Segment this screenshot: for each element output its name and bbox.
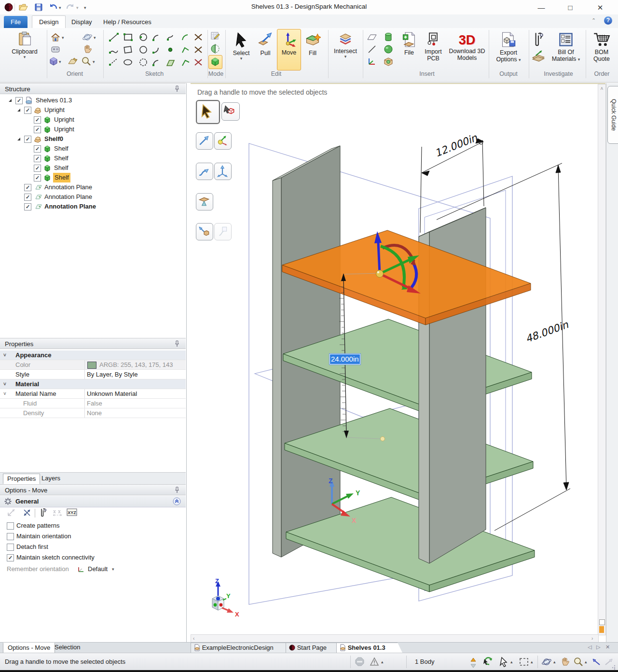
insert-shell-icon[interactable] bbox=[383, 56, 394, 67]
pan-hand-icon[interactable] bbox=[82, 44, 93, 55]
select-mode-dropdown[interactable]: ▴ bbox=[510, 660, 513, 664]
maintain-orientation-option[interactable]: Maintain orientation bbox=[0, 531, 183, 542]
collapse-chevron-icon[interactable]: ˅ bbox=[3, 389, 6, 398]
move-button[interactable]: Move bbox=[277, 29, 301, 70]
style-value[interactable]: By Layer, By Style bbox=[87, 370, 138, 379]
create-patterns-option[interactable]: Create patterns bbox=[0, 520, 183, 531]
dimension-input[interactable]: 24.000in bbox=[329, 353, 361, 365]
pin-icon[interactable] bbox=[174, 340, 180, 347]
spinner-down-icon[interactable] bbox=[470, 662, 476, 670]
collapse-ribbon-icon[interactable]: ⌃ bbox=[591, 17, 596, 24]
insert-line-icon[interactable] bbox=[367, 44, 377, 55]
pan-icon[interactable] bbox=[560, 657, 570, 667]
tab-design[interactable]: Design bbox=[32, 15, 66, 29]
appearance-section[interactable]: ˅Appearance bbox=[0, 350, 186, 360]
spin-view-dropdown[interactable]: ▾ bbox=[94, 36, 96, 40]
density-row[interactable]: Density None bbox=[0, 408, 186, 418]
expander-icon[interactable] bbox=[17, 138, 20, 140]
doc-tab-start-page[interactable]: Start Page bbox=[286, 643, 343, 654]
checkbox[interactable] bbox=[7, 522, 14, 530]
pin-icon[interactable] bbox=[174, 85, 180, 92]
import-pcb-button[interactable]: Import PCB bbox=[421, 30, 446, 74]
measure-icon[interactable] bbox=[532, 32, 545, 46]
orbit-dropdown[interactable]: ▴ bbox=[553, 660, 556, 664]
zoom-status-dropdown[interactable]: ▴ bbox=[585, 660, 587, 664]
export-options-button[interactable]: Export Options ▾ bbox=[491, 30, 526, 74]
tree-checkbox[interactable] bbox=[24, 107, 31, 114]
orientation-value[interactable]: Default bbox=[88, 564, 108, 574]
expander-icon[interactable] bbox=[17, 109, 20, 112]
tree-row[interactable]: Upright bbox=[0, 125, 186, 134]
pull-button[interactable]: Pull bbox=[255, 30, 276, 71]
tree-row[interactable]: Shelf bbox=[0, 163, 186, 173]
solid-mode-button[interactable] bbox=[208, 55, 222, 69]
insert-axes-icon[interactable] bbox=[367, 56, 377, 67]
insert-plane-icon[interactable] bbox=[367, 32, 377, 42]
tree-checkbox[interactable] bbox=[34, 165, 41, 172]
zoom-dropdown[interactable]: ▾ bbox=[93, 60, 95, 64]
tab-help[interactable]: Help / Resources bbox=[96, 16, 158, 28]
section-mode-icon[interactable] bbox=[210, 43, 220, 54]
checkbox[interactable] bbox=[7, 544, 14, 551]
scroll-right-icon[interactable]: › bbox=[591, 636, 593, 641]
maintain-sketch-connectivity-option[interactable]: Maintain sketch connectivity bbox=[0, 552, 183, 563]
tree-checkbox[interactable] bbox=[34, 155, 41, 162]
orientation-dropdown[interactable]: ▾ bbox=[112, 567, 114, 571]
tree-checkbox[interactable] bbox=[24, 136, 31, 143]
select-mode-icon[interactable] bbox=[500, 657, 508, 667]
tree-checkbox[interactable] bbox=[34, 174, 41, 182]
general-section-header[interactable]: General bbox=[0, 496, 186, 507]
3d-viewport[interactable]: Drag a handle to move the selected objec… bbox=[191, 83, 605, 642]
maximize-button[interactable]: □ bbox=[560, 2, 581, 14]
tree-row[interactable]: Shelves 01.3 bbox=[0, 96, 186, 105]
scroll-left-icon[interactable]: ‹ bbox=[193, 636, 194, 641]
view-cube-dropdown[interactable]: ▾ bbox=[59, 60, 61, 64]
3d-scene[interactable]: Z Y X 12.000in bbox=[191, 85, 598, 635]
tab-options-move[interactable]: Options - Move bbox=[3, 643, 55, 654]
vertical-scrollbar[interactable]: ˄ bbox=[598, 84, 606, 635]
doc-tab-example[interactable]: ExampleElectronicDesign bbox=[191, 643, 292, 654]
dimension-xx-icon[interactable] bbox=[52, 508, 63, 518]
tree-checkbox[interactable] bbox=[24, 203, 31, 210]
quick-guide-tab[interactable]: Quick Guide bbox=[607, 86, 618, 144]
warning-icon[interactable] bbox=[370, 657, 379, 666]
tree-row[interactable]: Upright bbox=[0, 115, 186, 125]
collapse-chevron-icon[interactable]: ˅ bbox=[3, 379, 6, 389]
tab-display[interactable]: Display bbox=[65, 16, 99, 28]
expander-icon[interactable] bbox=[9, 99, 12, 102]
tree-row[interactable]: Shelf bbox=[0, 154, 186, 163]
download-3d-models-button[interactable]: 3D Download 3D Models bbox=[447, 30, 487, 74]
tab-nav-right-icon[interactable]: ▷ bbox=[596, 644, 600, 650]
sketch-tools-grid[interactable] bbox=[106, 31, 206, 69]
material-name-row[interactable]: ˅ Material Name Unknown Material bbox=[0, 389, 186, 399]
intersect-button[interactable]: Intersect ▾ bbox=[331, 30, 360, 74]
tab-properties[interactable]: Properties bbox=[3, 474, 40, 484]
tree-checkbox[interactable] bbox=[34, 126, 41, 133]
bom-quote-button[interactable]: BOM Quote bbox=[588, 30, 616, 74]
collapse-section-icon[interactable] bbox=[173, 497, 181, 505]
tree-row[interactable]: Annotation Plane bbox=[0, 182, 186, 192]
analyze-icon[interactable] bbox=[532, 49, 545, 62]
tree-checkbox[interactable] bbox=[34, 116, 41, 124]
scroll-up-icon[interactable]: ˄ bbox=[598, 86, 605, 91]
spaceball-icon[interactable] bbox=[50, 44, 61, 55]
clipboard-button[interactable]: Clipboard ▾ bbox=[8, 30, 41, 74]
warning-dropdown[interactable]: ▴ bbox=[381, 660, 384, 664]
home-view-dropdown[interactable]: ▾ bbox=[62, 36, 64, 40]
checkbox[interactable] bbox=[7, 554, 14, 561]
move-handle-z[interactable] bbox=[378, 242, 380, 274]
minimize-button[interactable]: — bbox=[531, 2, 552, 14]
previous-selection-icon[interactable] bbox=[482, 657, 493, 667]
fill-button[interactable]: Fill bbox=[302, 30, 323, 71]
tree-checkbox[interactable] bbox=[15, 97, 23, 104]
ruler-measure-icon[interactable] bbox=[39, 508, 48, 518]
selection-box-icon[interactable] bbox=[519, 658, 529, 666]
help-icon[interactable]: ? bbox=[604, 16, 612, 25]
xyz-coordinates-icon[interactable]: XYZ bbox=[67, 508, 77, 517]
material-name-value[interactable]: Unknown Material bbox=[87, 389, 137, 398]
tab-file[interactable]: File bbox=[4, 16, 27, 28]
insert-cylinder-icon[interactable] bbox=[383, 32, 394, 42]
view-cube-icon[interactable] bbox=[48, 56, 59, 67]
pin-icon[interactable] bbox=[174, 487, 180, 493]
insert-file-button[interactable]: File bbox=[398, 30, 420, 71]
